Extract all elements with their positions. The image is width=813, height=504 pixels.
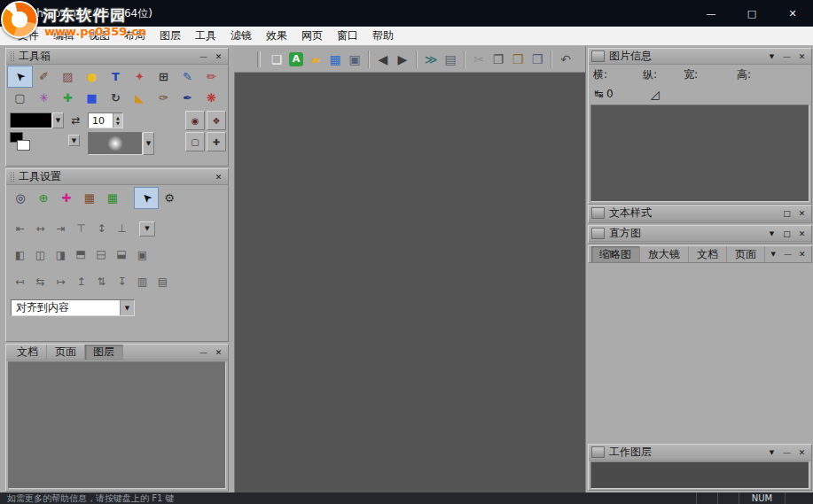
work-layers-dropdown[interactable]: ▼ bbox=[765, 446, 778, 459]
align-mode-select[interactable]: 对齐到内容 ▼ bbox=[11, 299, 135, 316]
menu-item[interactable]: 视图 bbox=[82, 27, 117, 45]
lasso-tool-icon[interactable]: ✐ bbox=[32, 66, 56, 87]
histogram-close-button[interactable]: ✕ bbox=[795, 228, 809, 240]
airbrush-tool-icon[interactable]: ❋ bbox=[199, 88, 223, 108]
menu-item[interactable]: 文件 bbox=[11, 27, 46, 45]
forward-icon[interactable]: ▶ bbox=[393, 49, 412, 70]
grid-mode-icon[interactable]: ▦ bbox=[101, 188, 124, 208]
new-document-icon[interactable]: ❏ bbox=[267, 49, 286, 70]
mask-visibility-toggle-icon[interactable]: ❖ bbox=[207, 111, 226, 130]
menu-item[interactable]: 窗口 bbox=[330, 27, 365, 45]
align-objects-both-icon[interactable]: ▣ bbox=[132, 247, 152, 263]
cut-icon[interactable]: ✂ bbox=[469, 49, 489, 70]
align-bottom-edge-icon[interactable]: ⊥ bbox=[112, 221, 132, 236]
toolbox-close-button[interactable]: ✕ bbox=[212, 50, 225, 63]
align-options-dropdown[interactable]: ▼ bbox=[139, 221, 155, 236]
align-objects-top-icon[interactable]: ◧ bbox=[71, 247, 91, 263]
foreground-background-chips[interactable] bbox=[10, 132, 33, 153]
maximize-button[interactable]: □ bbox=[731, 0, 772, 27]
clone-stamp-tool-icon[interactable]: ▨ bbox=[56, 66, 80, 87]
menu-item[interactable]: 工具 bbox=[188, 27, 223, 45]
distribute-bottom-icon[interactable]: ↧ bbox=[112, 274, 132, 290]
rotate-tool-icon[interactable]: ↻ bbox=[104, 88, 128, 108]
align-objects-center-v-icon[interactable]: ◫ bbox=[91, 247, 112, 263]
brush-size-spinner[interactable]: ▲ ▼ bbox=[113, 113, 122, 128]
work-layers-minimize-button[interactable]: — bbox=[780, 446, 793, 459]
color-ball-tool-icon[interactable]: ● bbox=[80, 66, 104, 87]
brush-tool-icon[interactable]: ✑ bbox=[152, 88, 176, 108]
menu-item[interactable]: 网页 bbox=[294, 27, 330, 45]
align-objects-right-icon[interactable]: ◨ bbox=[51, 247, 71, 263]
back-icon[interactable]: ◀ bbox=[373, 49, 393, 70]
calligraphy-pen-tool-icon[interactable]: ✒ bbox=[176, 88, 199, 108]
brush-size-input[interactable]: 10 ▲ ▼ bbox=[88, 112, 123, 128]
color-mode-dropdown[interactable]: ▼ bbox=[68, 135, 80, 146]
menu-item[interactable]: 效果 bbox=[259, 27, 294, 45]
tab-layers[interactable]: 图层 bbox=[85, 345, 123, 360]
transform-tool-icon[interactable]: ✦ bbox=[128, 66, 152, 87]
export-icon[interactable]: ≫ bbox=[421, 49, 441, 70]
histogram-restore-button[interactable]: □ bbox=[780, 228, 793, 240]
eraser-tool-icon[interactable]: ✏ bbox=[199, 66, 223, 87]
crop-tool-icon[interactable]: ⊞ bbox=[152, 66, 176, 87]
align-center-h-icon[interactable]: ↔ bbox=[30, 221, 51, 236]
pick-mode-icon[interactable]: ◎ bbox=[9, 188, 32, 208]
image-info-dropdown[interactable]: ▼ bbox=[765, 50, 778, 63]
tab-page[interactable]: 页面 bbox=[727, 246, 765, 262]
menu-item[interactable]: 帮助 bbox=[365, 27, 401, 45]
select-tool-icon[interactable]: ➤ bbox=[8, 66, 32, 87]
align-objects-center-h-icon[interactable]: ◫ bbox=[30, 247, 51, 263]
image-mode-icon[interactable]: ▦ bbox=[78, 188, 101, 208]
minimize-button[interactable]: — bbox=[691, 0, 731, 27]
tab-page[interactable]: 页面 bbox=[47, 345, 85, 360]
text-tool-icon[interactable]: T bbox=[104, 66, 128, 87]
paste-as-icon[interactable]: ❒ bbox=[528, 49, 547, 70]
toolbox-minimize-button[interactable]: — bbox=[197, 50, 210, 63]
paste-icon[interactable]: ❒ bbox=[508, 49, 528, 70]
distribute-top-icon[interactable]: ↥ bbox=[71, 274, 91, 290]
print-icon[interactable]: ▤ bbox=[441, 49, 460, 70]
menu-item[interactable]: 布局 bbox=[117, 27, 152, 45]
distribute-left-icon[interactable]: ↤ bbox=[10, 274, 30, 290]
close-button[interactable]: ✕ bbox=[772, 0, 813, 27]
spinner-down-icon[interactable]: ▼ bbox=[116, 120, 120, 126]
tab-thumbnail[interactable]: 缩略图 bbox=[591, 246, 640, 262]
magic-wand-tool-icon[interactable]: ✳ bbox=[32, 88, 56, 108]
space-evenly-v-icon[interactable]: ▤ bbox=[152, 274, 173, 290]
distribute-h-icon[interactable]: ⇆ bbox=[30, 274, 51, 290]
color-picker-tool-icon[interactable]: ✚ bbox=[56, 88, 80, 108]
tab-document[interactable]: 文档 bbox=[689, 246, 727, 262]
document-panel-close-button[interactable]: ✕ bbox=[212, 346, 225, 359]
align-top-edge-icon[interactable]: ⊤ bbox=[71, 221, 91, 236]
align-right-edge-icon[interactable]: ⇥ bbox=[51, 221, 71, 236]
copy-icon[interactable]: ❐ bbox=[489, 49, 508, 70]
text-style-restore-button[interactable]: □ bbox=[780, 207, 793, 220]
swap-colors-icon[interactable]: ⇄ bbox=[67, 112, 84, 128]
fill-layer-tool-icon[interactable]: ■ bbox=[80, 88, 104, 108]
snap-toggle-icon[interactable]: ✚ bbox=[207, 132, 226, 151]
browse-images-icon[interactable]: ▦ bbox=[325, 49, 345, 70]
histogram-dropdown[interactable]: ▼ bbox=[765, 228, 778, 240]
new-image-icon[interactable]: A bbox=[286, 49, 306, 70]
distribute-right-icon[interactable]: ↦ bbox=[51, 274, 71, 290]
menu-item[interactable]: 滤镜 bbox=[223, 27, 259, 45]
tool-settings-close-button[interactable]: ✕ bbox=[212, 171, 225, 183]
foreground-color-swatch[interactable] bbox=[10, 112, 52, 128]
target-mode-icon[interactable]: ⊕ bbox=[32, 188, 55, 208]
menu-item[interactable]: 编辑 bbox=[46, 27, 82, 45]
outline-toggle-icon[interactable]: ▢ bbox=[185, 132, 205, 151]
align-mode-dropdown-icon[interactable]: ▼ bbox=[120, 300, 134, 315]
bucket-fill-tool-icon[interactable]: ◣ bbox=[128, 88, 152, 108]
view-tabs-close-button[interactable]: ✕ bbox=[796, 248, 809, 260]
view-tabs-minimize-button[interactable]: — bbox=[781, 248, 793, 260]
image-info-minimize-button[interactable]: — bbox=[780, 50, 793, 63]
undo-icon[interactable]: ↶ bbox=[556, 49, 575, 70]
tab-document[interactable]: 文档 bbox=[9, 345, 47, 360]
toolbar-grip[interactable] bbox=[257, 51, 261, 67]
layer-visibility-toggle-icon[interactable]: ◉ bbox=[185, 111, 205, 130]
align-left-edge-icon[interactable]: ⇤ bbox=[10, 221, 30, 236]
cross-mode-icon[interactable]: ✚ bbox=[55, 188, 78, 208]
align-objects-left-icon[interactable]: ◧ bbox=[10, 247, 30, 263]
space-evenly-h-icon[interactable]: ▥ bbox=[132, 274, 152, 290]
brush-preview[interactable] bbox=[88, 132, 143, 155]
